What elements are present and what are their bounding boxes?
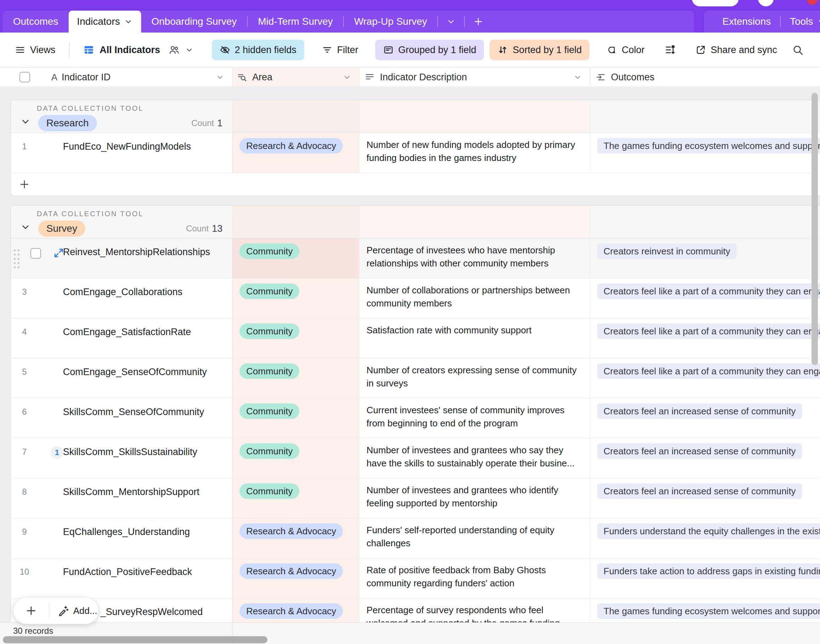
description-cell[interactable]: Number of new funding models adopted by … — [359, 133, 590, 173]
description-cell[interactable]: Funders' self-reported understanding of … — [359, 518, 590, 558]
select-all-checkbox[interactable] — [20, 72, 30, 83]
row-height-button[interactable] — [664, 44, 676, 55]
outcome-cell[interactable]: The games funding ecosystem welcomes and… — [590, 598, 820, 623]
indicator-id-cell[interactable]: Reinvest_MentorshipRelationships — [11, 239, 232, 278]
tab-outcomes[interactable]: Outcomes — [3, 11, 69, 32]
add-record-row[interactable] — [11, 173, 820, 196]
area-cell[interactable]: Community — [232, 439, 359, 478]
description-cell[interactable]: Current investees' sense of community im… — [359, 399, 590, 438]
tools-button[interactable]: Tools — [781, 11, 820, 32]
color-button[interactable]: Color — [606, 44, 645, 55]
tab-onboarding-survey[interactable]: Onboarding Survey — [141, 11, 247, 32]
area-cell[interactable]: Community — [232, 239, 359, 278]
group-card: DATA COLLECTION TOOLResearchCount11FundE… — [11, 100, 820, 196]
outcome-chip: Creators feel like a part of a community… — [597, 363, 820, 379]
area-cell[interactable]: Community — [232, 478, 359, 518]
avatar[interactable] — [758, 0, 774, 6]
description-cell[interactable]: Percentage of survey respondents who fee… — [359, 598, 590, 623]
outcome-cell[interactable]: Creators feel an increased sense of comm… — [590, 478, 820, 518]
tab-mid-term-survey[interactable]: Mid-Term Survey — [248, 11, 343, 32]
row-checkbox[interactable] — [31, 248, 41, 259]
add-record-button[interactable] — [14, 605, 49, 617]
area-cell[interactable]: Community — [232, 359, 359, 398]
indicator-id-cell[interactable]: 4ComEngage_SatisfactionRate — [11, 319, 232, 358]
outcome-cell[interactable]: Creators reinvest in community — [590, 239, 820, 278]
description-cell[interactable]: Rate of positive feedback from Baby Ghos… — [359, 558, 590, 598]
view-switcher[interactable]: All Indicators — [83, 44, 193, 55]
description-cell[interactable]: Satisfaction rate with community support — [359, 319, 590, 358]
indicator-id-cell[interactable]: 3ComEngage_Collaborations — [11, 279, 232, 318]
toolbar-divider — [69, 43, 70, 57]
airtable-grid-view: Outcomes Indicators Onboarding Survey Mi… — [0, 0, 820, 644]
area-cell[interactable]: Research & Advocacy — [232, 598, 359, 623]
notification-dot[interactable] — [807, 0, 817, 5]
extensions-button[interactable]: Extensions — [713, 11, 780, 32]
chevron-down-icon[interactable] — [343, 73, 351, 81]
share-sync-button[interactable]: Share and sync — [696, 44, 777, 55]
indicator-id-cell[interactable]: 8SkillsComm_MentorshipSupport — [11, 478, 232, 518]
add-table-button[interactable] — [465, 11, 492, 32]
search-button[interactable] — [792, 44, 804, 56]
area-cell[interactable]: Community — [232, 319, 359, 358]
horizontal-scrollbar[interactable] — [3, 636, 267, 643]
indicator-id-cell[interactable]: 6SkillsComm_SenseOfCommunity — [11, 399, 232, 438]
area-cell[interactable]: Community — [232, 399, 359, 438]
comment-count-badge[interactable]: 1 — [51, 446, 63, 459]
chevron-down-icon[interactable] — [573, 73, 582, 81]
indicator-id-cell[interactable]: 9EqChallenges_Understanding — [11, 518, 232, 558]
filter-button[interactable]: Filter — [322, 44, 359, 55]
description-cell[interactable]: Number of collaborations or partnerships… — [359, 279, 590, 318]
tab-indicators[interactable]: Indicators — [69, 11, 141, 32]
area-chip: Research & Advocacy — [239, 523, 343, 539]
area-cell[interactable]: Research & Advocacy — [232, 133, 359, 173]
area-cell[interactable]: Community — [232, 279, 359, 318]
trial-button[interactable] — [692, 0, 739, 6]
views-button[interactable]: Views — [15, 44, 55, 55]
row-number: 3 — [17, 287, 32, 297]
description-cell[interactable]: Number of investees and grantees who say… — [359, 439, 590, 478]
area-chip: Research & Advocacy — [239, 603, 343, 619]
outcome-cell[interactable]: Creators feel like a part of a community… — [590, 279, 820, 318]
area-cell[interactable]: Research & Advocacy — [232, 558, 359, 598]
chevron-down-icon[interactable] — [216, 73, 224, 81]
vertical-scrollbar[interactable] — [811, 93, 818, 365]
area-cell[interactable]: Research & Advocacy — [232, 518, 359, 558]
table-row: 9EqChallenges_UnderstandingResearch & Ad… — [11, 518, 820, 558]
outcome-cell[interactable]: Creators feel an increased sense of comm… — [590, 399, 820, 438]
outcome-chip: Creators feel an increased sense of comm… — [597, 403, 802, 419]
row-number: 9 — [17, 527, 32, 537]
column-header-area[interactable]: Area — [232, 67, 359, 87]
description-cell[interactable]: Number of investees and grantees who ide… — [359, 478, 590, 518]
area-chip: Research & Advocacy — [239, 138, 343, 153]
table-list-chevron-icon[interactable] — [438, 11, 464, 32]
outcome-cell[interactable]: Creators feel an increased sense of comm… — [590, 439, 820, 478]
drag-handle-icon[interactable] — [12, 248, 21, 269]
description-cell[interactable]: Number of creators expressing sense of c… — [359, 359, 590, 398]
column-header-indicator-description[interactable]: Indicator Description — [359, 67, 590, 87]
outcome-cell[interactable]: Funders take action to address gaps in e… — [590, 558, 820, 598]
group-count: Count13 — [11, 221, 222, 237]
group-header: DATA COLLECTION TOOLResearchCount1 — [11, 100, 820, 133]
outcome-cell[interactable]: The games funding ecosystem welcomes and… — [590, 133, 820, 173]
single-line-text-field-icon: A — [51, 72, 57, 83]
tab-wrap-up-survey[interactable]: Wrap-Up Survey — [344, 11, 437, 32]
group-button[interactable]: Grouped by 1 field — [376, 40, 484, 60]
hidden-fields-button[interactable]: 2 hidden fields — [212, 40, 304, 60]
column-header-outcomes[interactable]: Outcomes — [590, 67, 820, 87]
sort-button[interactable]: Sorted by 1 field — [490, 40, 589, 60]
outcome-cell[interactable]: Creators feel like a part of a community… — [590, 359, 820, 398]
outcome-cell[interactable]: Funders understand the equity challenges… — [590, 518, 820, 558]
outcome-cell[interactable]: Creators feel like a part of a community… — [590, 319, 820, 358]
description-cell[interactable]: Percentage of investees who have mentors… — [359, 239, 590, 278]
area-chip: Community — [239, 284, 299, 299]
indicator-id-cell[interactable]: 5ComEngage_SenseOfCommunity — [11, 359, 232, 398]
add-with-ai-button[interactable]: Add... — [49, 605, 97, 616]
view-toolbar: Views All Indicators 2 hidden fields — [0, 32, 820, 67]
column-header-indicator-id[interactable]: A Indicator ID — [0, 67, 232, 87]
indicator-id-cell[interactable]: 10FundAction_PositiveFeedback — [11, 558, 232, 598]
share-icon — [696, 44, 706, 55]
indicator-id-cell[interactable]: 1FundEco_NewFundingModels — [11, 133, 232, 173]
indicator-id-cell[interactable]: 71SkillsComm_SkillsSustainability — [11, 439, 232, 478]
record-count: 30 records — [13, 626, 53, 636]
group-header: DATA COLLECTION TOOLSurveyCount13 — [11, 205, 820, 239]
